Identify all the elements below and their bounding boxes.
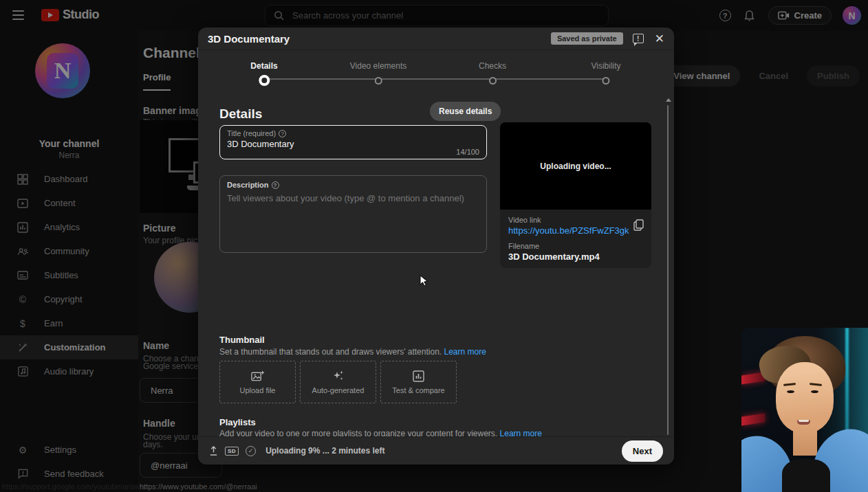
- video-upload-panel: Uploading video... Video link https://yo…: [500, 122, 651, 268]
- thumbnail-subtext: Set a thumbnail that stands out and draw…: [219, 347, 442, 357]
- auto-generated-option[interactable]: Auto-generated: [300, 361, 376, 403]
- video-info: Video link https://youtu.be/PZSfFwZF3gk …: [500, 210, 651, 268]
- title-char-counter: 14/100: [456, 148, 479, 156]
- filename-label: Filename: [508, 242, 643, 250]
- upload-progress-icon: [209, 446, 218, 456]
- mouse-cursor: [420, 275, 429, 290]
- dialog-body: Details Reuse details Title (required) ?…: [198, 93, 674, 436]
- video-link[interactable]: https://youtu.be/PZSfFwZF3gk: [508, 225, 643, 236]
- person-eye: [787, 390, 794, 393]
- copy-link-icon[interactable]: [633, 219, 644, 234]
- youtube-studio-app: Studio Search across your channel ? Crea…: [0, 0, 868, 492]
- thumbnail-heading: Thumbnail: [219, 335, 265, 345]
- reuse-details-button[interactable]: Reuse details: [430, 102, 501, 121]
- video-link-label: Video link: [508, 216, 643, 224]
- step-dot-active: [259, 75, 270, 86]
- details-section-title: Details: [219, 107, 262, 122]
- upload-progress-text: Uploading 9% ... 2 minutes left: [265, 446, 622, 456]
- video-preview-area: Uploading video...: [500, 122, 651, 210]
- description-field-label: Description: [227, 181, 269, 189]
- filename-value: 3D Documentary.mp4: [508, 251, 643, 262]
- description-help-icon[interactable]: ?: [272, 181, 279, 189]
- stepper-line: [264, 78, 606, 80]
- red-light-bar: [741, 413, 765, 425]
- sd-quality-badge: SD: [225, 447, 239, 456]
- description-field[interactable]: Description ? Tell viewers about your vi…: [219, 175, 487, 253]
- upload-image-icon: [251, 370, 264, 382]
- black-tshirt: [782, 459, 830, 492]
- auto-generated-label: Auto-generated: [312, 386, 365, 394]
- person-neck: [793, 426, 817, 456]
- playlists-heading: Playlists: [219, 417, 256, 427]
- scroll-up-arrow[interactable]: [666, 98, 671, 102]
- step-dot: [375, 77, 382, 85]
- send-feedback-icon[interactable]: !: [633, 34, 644, 43]
- dialog-title: 3D Documentary: [208, 33, 551, 45]
- scrollbar-thumb[interactable]: [667, 105, 669, 435]
- saved-as-private-badge: Saved as private: [551, 32, 623, 45]
- compare-chart-icon: [413, 370, 424, 382]
- upload-file-option[interactable]: Upload file: [219, 361, 296, 403]
- title-field-label: Title (required): [227, 129, 276, 137]
- step-checks[interactable]: Checks: [479, 61, 506, 85]
- person-eye: [811, 390, 818, 393]
- upload-file-label: Upload file: [240, 386, 276, 394]
- checks-status-icon: ✓: [246, 446, 256, 456]
- thumbnail-options: Upload file Auto-generated Test & compar…: [219, 361, 457, 403]
- dialog-header: 3D Documentary Saved as private ! ✕: [198, 27, 674, 50]
- person-video-preview[interactable]: [741, 328, 868, 492]
- playlists-subtext: Add your video to one or more playlists …: [219, 429, 497, 436]
- uploading-status-text: Uploading video...: [540, 161, 611, 171]
- step-video-elements[interactable]: Video elements: [350, 61, 407, 85]
- description-placeholder: Tell viewers about your video (type @ to…: [227, 193, 479, 203]
- test-compare-label: Test & compare: [392, 386, 444, 394]
- playlists-learn-more-link[interactable]: Learn more: [500, 429, 542, 436]
- title-field[interactable]: Title (required) ? 14/100: [219, 125, 487, 159]
- thumbnail-learn-more-link[interactable]: Learn more: [444, 347, 486, 357]
- next-button[interactable]: Next: [622, 440, 663, 462]
- upload-dialog: 3D Documentary Saved as private ! ✕ Deta…: [198, 27, 674, 465]
- title-help-icon[interactable]: ?: [279, 130, 286, 137]
- dialog-scrollbar[interactable]: [665, 98, 671, 436]
- close-icon[interactable]: ✕: [655, 33, 664, 45]
- test-compare-option[interactable]: Test & compare: [380, 361, 457, 403]
- title-input[interactable]: [227, 139, 479, 149]
- step-dot: [603, 77, 610, 85]
- step-details[interactable]: Details: [250, 61, 277, 86]
- sparkles-icon: [332, 370, 345, 382]
- upload-stepper: Details Video elements Checks Visibility: [198, 50, 674, 93]
- step-visibility[interactable]: Visibility: [591, 61, 620, 85]
- step-dot: [488, 77, 496, 85]
- dialog-footer: SD ✓ Uploading 9% ... 2 minutes left Nex…: [198, 436, 674, 465]
- person-mouth: [797, 420, 810, 425]
